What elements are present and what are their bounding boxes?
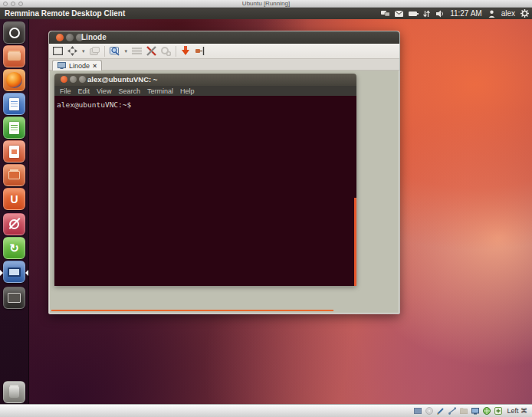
volume-icon[interactable] <box>436 9 445 18</box>
remmina-window: Linode ▾ ▾ <box>48 31 400 314</box>
dash-home-icon[interactable] <box>3 21 25 44</box>
scale-dropdown-icon[interactable]: ▾ <box>82 48 85 54</box>
system-settings-icon[interactable] <box>3 213 25 235</box>
trash-icon[interactable] <box>3 381 25 403</box>
window-close-button[interactable] <box>56 34 64 41</box>
features-plus-icon[interactable] <box>494 407 502 415</box>
home-folder-icon[interactable] <box>3 45 25 67</box>
network-icon[interactable] <box>482 407 491 415</box>
libreoffice-writer-icon[interactable] <box>3 93 25 115</box>
ubuntu-top-panel: Remmina Remote Desktop Client 11:27 AM a… <box>0 8 532 19</box>
libreoffice-impress-icon[interactable] <box>3 140 25 163</box>
zoom-dropdown-icon[interactable]: ▾ <box>125 48 128 54</box>
screenshot-icon[interactable] <box>132 48 142 54</box>
session-gear-icon[interactable] <box>521 9 529 18</box>
remote-screen-icon <box>57 62 66 69</box>
vnc-viewport[interactable]: alex@ubuntuVNC: ~ File Edit View Search … <box>50 71 399 313</box>
host-key-indicator: Left ⌘ <box>507 407 527 415</box>
remmina-titlebar[interactable]: Linode <box>49 31 399 44</box>
tab-linode[interactable]: Linode × <box>52 60 102 71</box>
mail-icon[interactable] <box>395 9 403 18</box>
ubuntu-one-icon[interactable]: U <box>3 188 25 210</box>
disconnect-icon[interactable] <box>181 46 190 56</box>
sync-arrows-icon[interactable] <box>422 9 431 18</box>
terminal-body[interactable]: alex@ubuntuVNC:~$ <box>54 96 356 286</box>
terminal-minimize-button[interactable] <box>70 76 77 83</box>
tab-label: Linode <box>69 62 90 70</box>
menu-file[interactable]: File <box>60 87 71 95</box>
menu-terminal[interactable]: Terminal <box>147 87 173 95</box>
pencil-icon[interactable] <box>436 407 445 415</box>
software-updater-icon[interactable]: ↻ <box>3 237 25 259</box>
tab-close-icon[interactable]: × <box>93 62 97 70</box>
optical-disc-icon[interactable] <box>425 407 433 415</box>
menu-view[interactable]: View <box>97 87 111 95</box>
menu-help[interactable]: Help <box>180 87 195 95</box>
usb-icon[interactable] <box>448 407 456 415</box>
shared-folder-icon[interactable] <box>459 407 468 415</box>
workspace-switcher-icon[interactable] <box>3 287 25 309</box>
grab-keyboard-icon[interactable] <box>90 47 100 55</box>
remmina-toolbar: ▾ ▾ <box>49 44 399 59</box>
menu-search[interactable]: Search <box>118 87 140 95</box>
software-center-icon[interactable] <box>3 164 25 186</box>
user-icon <box>488 9 496 18</box>
toolbar-separator <box>104 46 105 57</box>
remote-terminal-window[interactable]: alex@ubuntuVNC: ~ File Edit View Search … <box>54 74 356 286</box>
vm-window-title: Ubuntu [Running] <box>0 0 532 8</box>
terminal-title: alex@ubuntuVNC: ~ <box>87 74 157 86</box>
network-icon[interactable] <box>381 9 389 18</box>
menu-edit[interactable]: Edit <box>78 87 90 95</box>
window-minimize-button[interactable] <box>66 34 74 41</box>
unity-launcher: U ↻ <box>0 19 29 404</box>
virtualbox-statusbar: Left ⌘ <box>0 404 532 417</box>
terminal-menubar: File Edit View Search Terminal Help <box>54 86 356 96</box>
terminal-titlebar[interactable]: alex@ubuntuVNC: ~ <box>54 74 356 86</box>
vnc-redraw-artifact-vertical <box>354 198 356 286</box>
session-username[interactable]: alex <box>501 9 515 18</box>
panel-app-title[interactable]: Remmina Remote Desktop Client <box>5 8 125 19</box>
zoom-icon[interactable] <box>110 46 120 56</box>
display-icon[interactable] <box>471 407 479 415</box>
toolbar-separator <box>176 46 176 57</box>
terminal-close-button[interactable] <box>61 76 67 83</box>
scale-icon[interactable] <box>67 46 77 56</box>
panel-indicators: 11:27 AM alex <box>381 8 529 19</box>
vnc-redraw-artifact-horizontal <box>51 310 333 311</box>
focused-indicator <box>0 270 3 276</box>
hdd-icon[interactable] <box>413 407 422 415</box>
libreoffice-calc-icon[interactable] <box>3 117 25 139</box>
command-key-icon: ⌘ <box>521 407 527 415</box>
preferences-icon[interactable] <box>146 46 156 56</box>
battery-icon[interactable] <box>409 11 417 16</box>
terminal-maximize-button[interactable] <box>79 76 86 83</box>
close-connection-icon[interactable] <box>195 46 205 56</box>
running-indicator <box>25 270 28 276</box>
clock[interactable]: 11:27 AM <box>450 9 482 18</box>
remmina-icon[interactable] <box>3 261 25 283</box>
firefox-icon[interactable] <box>3 69 25 91</box>
fullscreen-icon[interactable] <box>53 47 63 55</box>
remmina-window-title: Linode <box>81 31 107 44</box>
remmina-tabstrip: Linode × <box>49 59 399 71</box>
terminal-prompt: alex@ubuntuVNC:~$ <box>57 100 131 109</box>
vm-window-titlebar: Ubuntu [Running] <box>0 0 532 8</box>
tools-icon[interactable] <box>161 47 171 56</box>
